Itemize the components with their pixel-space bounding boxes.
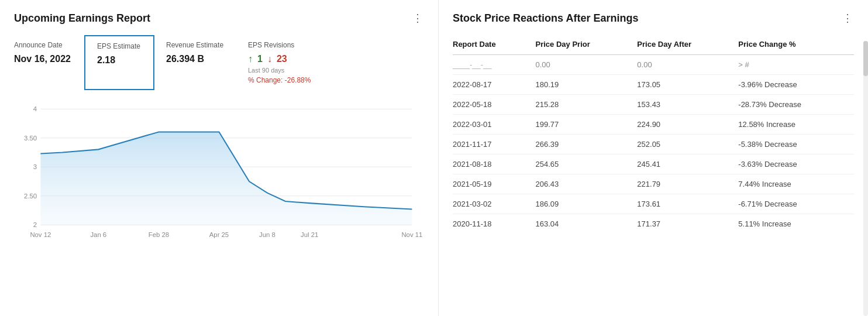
eps-rev-down-value: 23 xyxy=(277,54,287,64)
table-row: 2021-05-19206.43221.797.44% Increase xyxy=(453,174,854,194)
cell-price-after: 245.41 xyxy=(637,154,738,174)
svg-text:Jun 8: Jun 8 xyxy=(259,231,275,238)
cell-price-prior: 206.43 xyxy=(536,174,638,194)
table-row: ____-__-__0.000.00> # xyxy=(453,55,854,75)
cell-price-change: > # xyxy=(738,55,854,75)
revenue-estimate-value: 26.394 B xyxy=(166,54,225,64)
cell-price-prior: 180.19 xyxy=(536,75,638,95)
cell-price-prior: 266.39 xyxy=(536,135,638,154)
left-panel: Upcoming Earnings Report ⋮ Announce Date… xyxy=(0,0,439,316)
svg-text:Feb 28: Feb 28 xyxy=(149,231,169,238)
metrics-row: Announce Date Nov 16, 2022 EPS Estimate … xyxy=(14,35,424,90)
cell-price-prior: 0.00 xyxy=(536,55,638,75)
cell-date: 2021-05-19 xyxy=(453,174,536,194)
cell-price-after: 171.37 xyxy=(637,214,738,234)
eps-estimate-label: EPS Estimate xyxy=(97,42,142,51)
cell-price-after: 221.79 xyxy=(637,174,738,194)
pct-change: % Change: -26.88% xyxy=(248,76,311,84)
cell-price-after: 252.05 xyxy=(637,135,738,154)
svg-text:Jul 21: Jul 21 xyxy=(301,231,318,238)
eps-rev-sub: Last 90 days xyxy=(248,67,311,74)
cell-price-prior: 199.77 xyxy=(536,115,638,135)
cell-price-prior: 215.28 xyxy=(536,95,638,115)
table-row: 2021-11-17266.39252.05-5.38% Decrease xyxy=(453,135,854,154)
svg-text:Nov 11: Nov 11 xyxy=(401,231,422,238)
announce-date-label: Announce Date xyxy=(14,41,73,50)
table-row: 2022-08-17180.19173.05-3.96% Decrease xyxy=(453,75,854,95)
announce-date-value: Nov 16, 2022 xyxy=(14,54,73,64)
cell-date: ____-__-__ xyxy=(453,55,536,75)
table-row: 2020-11-18163.04171.375.11% Increase xyxy=(453,214,854,234)
cell-price-change: 5.11% Increase xyxy=(738,214,854,234)
eps-rev-down-icon: ↓ xyxy=(267,54,272,64)
cell-price-after: 224.90 xyxy=(637,115,738,135)
announce-date-box: Announce Date Nov 16, 2022 xyxy=(14,35,84,90)
scrollbar[interactable] xyxy=(863,41,868,316)
left-panel-title: Upcoming Earnings Report xyxy=(14,12,150,25)
table-row: 2022-03-01199.77224.9012.58% Increase xyxy=(453,115,854,135)
eps-revisions-label: EPS Revisions xyxy=(248,41,311,50)
left-panel-header: Upcoming Earnings Report ⋮ xyxy=(14,12,424,25)
cell-date: 2021-08-18 xyxy=(453,154,536,174)
cell-price-change: -28.73% Decrease xyxy=(738,95,854,115)
right-more-icon[interactable]: ⋮ xyxy=(842,12,854,25)
scrollbar-thumb[interactable] xyxy=(863,41,868,76)
cell-price-after: 153.43 xyxy=(637,95,738,115)
cell-date: 2021-11-17 xyxy=(453,135,536,154)
col-price-change: Price Change % xyxy=(738,35,854,55)
chart-area: 4 3.50 3 2.50 2 xyxy=(14,99,424,263)
eps-estimate-box: EPS Estimate 2.18 xyxy=(84,35,154,90)
col-price-prior: Price Day Prior xyxy=(536,35,638,55)
col-price-after: Price Day After xyxy=(637,35,738,55)
cell-date: 2021-03-02 xyxy=(453,194,536,214)
cell-price-change: 7.44% Increase xyxy=(738,174,854,194)
cell-price-after: 173.05 xyxy=(637,75,738,95)
right-panel-header: Stock Price Reactions After Earnings ⋮ xyxy=(453,12,854,25)
right-panel: Stock Price Reactions After Earnings ⋮ R… xyxy=(439,0,868,316)
table-row: 2021-08-18254.65245.41-3.63% Decrease xyxy=(453,154,854,174)
col-report-date: Report Date xyxy=(453,35,536,55)
svg-text:Jan 6: Jan 6 xyxy=(90,231,106,238)
cell-price-after: 173.61 xyxy=(637,194,738,214)
right-panel-title: Stock Price Reactions After Earnings xyxy=(453,12,638,25)
eps-revisions-box: EPS Revisions ↑ 1 ↓ 23 Last 90 days % Ch… xyxy=(236,35,322,90)
cell-price-prior: 186.09 xyxy=(536,194,638,214)
svg-text:4: 4 xyxy=(33,105,37,112)
table-row: 2022-05-18215.28153.43-28.73% Decrease xyxy=(453,95,854,115)
revenue-estimate-box: Revenue Estimate 26.394 B xyxy=(166,35,236,90)
table-header-row: Report Date Price Day Prior Price Day Af… xyxy=(453,35,854,55)
eps-rev-up-value: 1 xyxy=(257,54,263,64)
cell-price-change: 12.58% Increase xyxy=(738,115,854,135)
cell-price-change: -5.38% Decrease xyxy=(738,135,854,154)
svg-text:3.50: 3.50 xyxy=(24,134,37,141)
cell-price-change: -3.63% Decrease xyxy=(738,154,854,174)
cell-price-change: -3.96% Decrease xyxy=(738,75,854,95)
chart-fill xyxy=(40,132,412,225)
eps-estimate-value: 2.18 xyxy=(97,55,142,66)
left-more-icon[interactable]: ⋮ xyxy=(412,12,424,25)
svg-text:3: 3 xyxy=(33,163,37,170)
revenue-estimate-label: Revenue Estimate xyxy=(166,41,225,50)
eps-rev-up-icon: ↑ xyxy=(248,54,253,64)
svg-text:2.50: 2.50 xyxy=(24,192,37,199)
svg-text:Apr 25: Apr 25 xyxy=(209,231,229,238)
cell-price-change: -6.71% Decrease xyxy=(738,194,854,214)
cell-price-prior: 254.65 xyxy=(536,154,638,174)
cell-price-after: 0.00 xyxy=(637,55,738,75)
eps-rev-values: ↑ 1 ↓ 23 xyxy=(248,54,311,64)
eps-chart: 4 3.50 3 2.50 2 xyxy=(14,99,424,263)
svg-text:Nov 12: Nov 12 xyxy=(30,231,51,238)
svg-text:2: 2 xyxy=(33,221,37,228)
cell-date: 2022-03-01 xyxy=(453,115,536,135)
cell-date: 2022-08-17 xyxy=(453,75,536,95)
cell-date: 2020-11-18 xyxy=(453,214,536,234)
cell-price-prior: 163.04 xyxy=(536,214,638,234)
cell-date: 2022-05-18 xyxy=(453,95,536,115)
table-row: 2021-03-02186.09173.61-6.71% Decrease xyxy=(453,194,854,214)
earnings-table: Report Date Price Day Prior Price Day Af… xyxy=(453,35,854,233)
